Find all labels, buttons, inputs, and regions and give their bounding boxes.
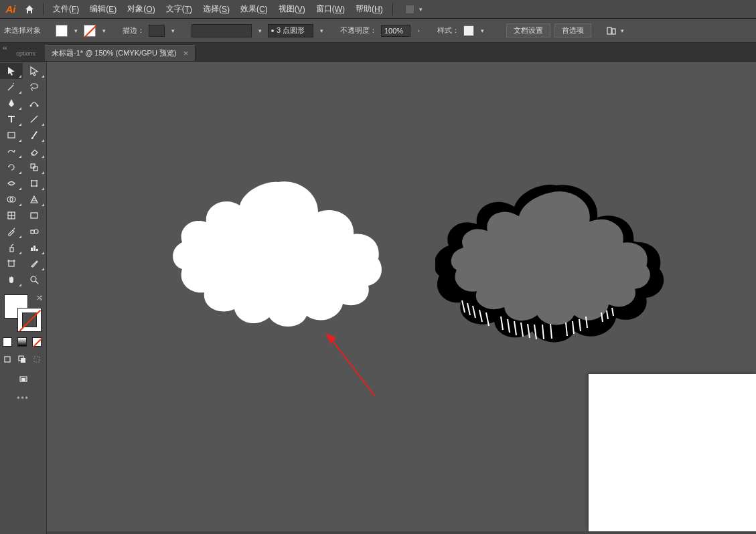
stroke-weight-stepper[interactable]: ▾ [169, 27, 177, 35]
tool-curvature[interactable] [23, 95, 46, 111]
cursor-outline-icon [29, 66, 40, 76]
preferences-button[interactable]: 首选项 [554, 23, 591, 37]
annotation-arrow [321, 329, 382, 403]
menu-object[interactable]: 对象(O) [122, 1, 160, 17]
tool-eyedropper[interactable] [0, 224, 23, 240]
tab-close-button[interactable]: × [183, 48, 189, 58]
document-tab-title: 未标题-1* @ 150% (CMYK/GPU 预览) [52, 48, 177, 58]
opacity-dropdown[interactable]: › [414, 27, 423, 35]
menu-file[interactable]: 文件(F) [48, 1, 84, 17]
tool-lasso[interactable] [23, 79, 46, 95]
tool-mesh[interactable] [0, 207, 23, 224]
menu-effect[interactable]: 效果(C) [235, 1, 273, 17]
tool-free-transform[interactable] [23, 175, 46, 191]
screen-mode-button[interactable] [12, 373, 35, 385]
tool-hand[interactable] [0, 272, 23, 288]
artwork-cloud-outline[interactable] [435, 179, 670, 353]
tool-magic-wand[interactable] [0, 79, 23, 95]
tool-perspective[interactable] [23, 191, 46, 207]
fill-swatch[interactable] [56, 25, 68, 37]
opacity-input[interactable] [381, 25, 410, 37]
document-setup-button[interactable]: 文档设置 [506, 23, 550, 37]
workspace-icon [405, 5, 414, 14]
color-mode-solid[interactable] [0, 336, 15, 348]
svg-rect-36 [34, 357, 40, 362]
draw-inside-icon [31, 354, 42, 365]
menu-type[interactable]: 文字(T) [161, 1, 198, 17]
eraser-icon [29, 146, 40, 157]
svg-point-10 [31, 180, 32, 181]
tool-paintbrush[interactable] [23, 127, 46, 143]
draw-normal[interactable] [0, 353, 15, 365]
stroke-label[interactable]: 描边： [123, 25, 145, 35]
fill-stroke-proxy[interactable]: ⤭ [4, 294, 42, 332]
transform-icon [29, 178, 40, 189]
workspace-switcher[interactable]: ▾ [405, 5, 425, 14]
tool-type[interactable] [0, 111, 23, 127]
tool-line[interactable] [23, 111, 46, 127]
tool-symbol-sprayer[interactable] [0, 240, 23, 256]
panel-collapse-handle[interactable]: ‹‹ [3, 44, 7, 52]
rotate-icon [6, 162, 17, 173]
document-tab[interactable]: 未标题-1* @ 150% (CMYK/GPU 预览) × [45, 45, 196, 61]
svg-rect-25 [36, 249, 38, 251]
gradient-icon [29, 210, 40, 221]
edit-toolbar-button[interactable]: ••• [0, 393, 46, 403]
draw-normal-icon [2, 354, 13, 365]
brush-dropdown[interactable]: ▾ [317, 27, 325, 35]
style-label[interactable]: 样式： [437, 25, 459, 35]
opacity-label[interactable]: 不透明度： [340, 25, 377, 35]
horizontal-scrollbar[interactable] [47, 531, 756, 534]
swap-fill-stroke-icon[interactable]: ⤭ [36, 293, 43, 302]
tool-rotate[interactable] [0, 159, 23, 175]
menu-edit[interactable]: 编辑(E) [84, 1, 122, 17]
rectangle-icon [6, 130, 17, 141]
brush-definition[interactable]: 3 点圆形 [268, 24, 313, 37]
draw-behind[interactable] [15, 353, 29, 365]
tool-column-graph[interactable] [23, 240, 46, 256]
artboard[interactable] [589, 374, 756, 531]
home-button[interactable] [20, 4, 39, 15]
stroke-weight-input[interactable] [149, 25, 165, 37]
align-control[interactable]: ▾ [606, 25, 626, 36]
draw-inside[interactable] [29, 353, 44, 365]
menu-view[interactable]: 视图(V) [273, 1, 311, 17]
tool-eraser[interactable] [23, 143, 46, 159]
zoom-icon [29, 274, 40, 285]
menu-window[interactable]: 窗口(W) [311, 1, 350, 17]
stroke-swatch[interactable] [84, 25, 96, 37]
tool-slice[interactable] [23, 256, 46, 272]
tool-selection[interactable] [0, 63, 23, 79]
menu-select[interactable]: 选择(S) [198, 1, 235, 17]
svg-rect-20 [31, 230, 34, 234]
color-mode-none[interactable] [29, 336, 44, 348]
canvas-area[interactable] [47, 62, 756, 534]
menu-help[interactable]: 帮助(H) [350, 1, 388, 17]
tool-pen[interactable] [0, 95, 23, 111]
artboard-icon [6, 258, 17, 269]
tool-gradient[interactable] [23, 207, 46, 224]
stroke-profile-field[interactable] [192, 24, 252, 37]
stroke-proxy[interactable] [17, 308, 42, 332]
tool-shaper[interactable] [0, 143, 23, 159]
tool-direct-selection[interactable] [23, 63, 46, 79]
tool-rectangle[interactable] [0, 127, 23, 143]
tool-blend[interactable] [23, 224, 46, 240]
pen-icon [6, 98, 17, 108]
fill-dropdown[interactable]: ▾ [72, 27, 80, 35]
lasso-icon [29, 82, 40, 92]
document-tab-bar: ‹‹ options 未标题-1* @ 150% (CMYK/GPU 预览) × [0, 43, 756, 62]
tool-width[interactable] [0, 175, 23, 191]
color-mode-gradient[interactable] [15, 336, 29, 348]
tool-artboard[interactable] [0, 256, 23, 272]
artwork-cloud-white[interactable] [167, 175, 388, 336]
chevron-down-icon: ▾ [618, 27, 626, 35]
tool-zoom[interactable] [23, 272, 46, 288]
tool-shape-builder[interactable] [0, 191, 23, 207]
style-dropdown[interactable]: ▾ [478, 27, 486, 35]
stroke-profile-dropdown[interactable]: ▾ [256, 27, 264, 35]
graphic-style-swatch[interactable] [463, 25, 474, 36]
tool-scale[interactable] [23, 159, 46, 175]
svg-point-4 [37, 105, 39, 107]
stroke-dropdown[interactable]: ▾ [100, 27, 108, 35]
